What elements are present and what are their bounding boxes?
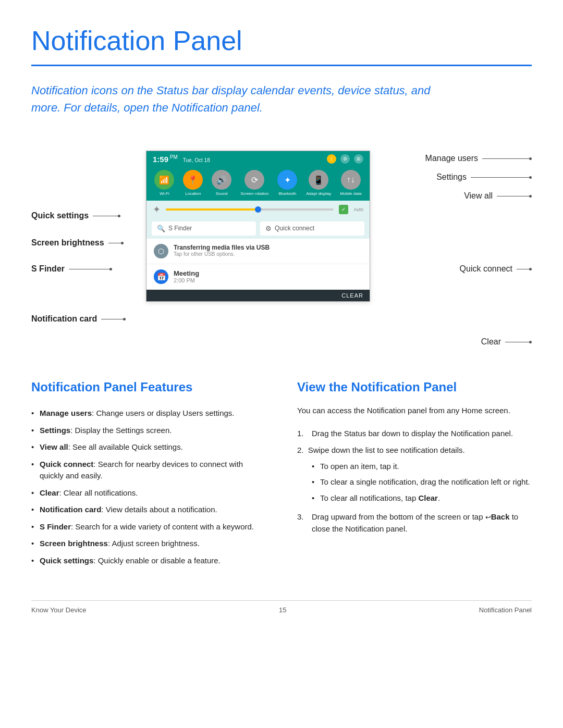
callout-quick-connect-dot <box>529 268 532 270</box>
qs-wifi-icon: 📶 <box>154 170 174 190</box>
notif-calendar-icon: 📅 <box>154 269 168 284</box>
page-title: Notification Panel <box>31 25 532 56</box>
qs-bluetooth-icon: ✦ <box>277 170 297 190</box>
notif-meeting-time: 2:00 PM <box>174 277 199 283</box>
callout-settings-label: Settings <box>436 172 467 182</box>
brightness-icon: ✦ <box>153 204 161 215</box>
status-time: 1:59 PM <box>153 154 178 164</box>
view-panel-heading: View the Notification Panel <box>297 380 532 394</box>
view-panel-column: View the Notification Panel You can acce… <box>297 380 532 569</box>
callout-manage-users: Manage users <box>425 154 532 163</box>
view-panel-steps: 1. Drag the Status bar down to display t… <box>297 425 532 538</box>
step-2-text: Swipe down the list to see notification … <box>308 446 465 454</box>
qs-adapt-label: Adapt display <box>306 191 331 196</box>
feature-quick-connect: Quick connect: Search for nearby devices… <box>31 456 266 485</box>
callout-quick-connect-line <box>517 269 529 269</box>
brightness-row: ✦ ✓ Auto <box>146 201 370 218</box>
sfinder-label: S Finder <box>168 225 192 232</box>
footer-page-number: 15 <box>279 606 286 614</box>
notif-usb-icon: ⬡ <box>154 244 168 258</box>
callout-settings-line <box>471 177 529 178</box>
footer-left: Know Your Device <box>31 606 87 614</box>
qs-sound: 🔊 Sound <box>212 170 231 196</box>
qs-sound-label: Sound <box>216 191 228 196</box>
callout-settings: Settings <box>436 172 532 182</box>
callout-quick-settings-line <box>93 216 118 216</box>
notification-area: ⬡ Transferring media files via USB Tap f… <box>146 239 370 290</box>
notif-usb-title: Transferring media files via USB <box>174 244 270 251</box>
callout-view-all-label: View all <box>464 191 493 201</box>
callout-s-finder-label: S Finder <box>31 264 65 274</box>
callout-view-all-dot <box>529 195 532 198</box>
search-icon: 🔍 <box>157 225 165 232</box>
auto-brightness-check: ✓ <box>339 205 348 214</box>
quickconnect-button[interactable]: ⚙ Quick connect <box>260 221 364 236</box>
callout-quick-connect: Quick connect <box>460 264 532 274</box>
step-2-num: 2. <box>297 446 304 454</box>
qs-mobile-data: ↑↓ Mobile data <box>340 170 361 196</box>
callout-notification-card-dot <box>123 318 126 320</box>
clear-button-label[interactable]: CLEAR <box>341 292 363 299</box>
callout-quick-settings: Quick settings <box>31 211 120 220</box>
footer-right: Notification Panel <box>479 606 532 614</box>
feature-quick-settings: Quick settings: Quickly enable or disabl… <box>31 552 266 570</box>
features-heading: Notification Panel Features <box>31 380 266 394</box>
callout-manage-users-label: Manage users <box>425 154 478 163</box>
view-step-2: 2. Swipe down the list to see notificati… <box>297 442 532 509</box>
auto-label: Auto <box>353 207 363 212</box>
status-date: Tue, Oct 18 <box>183 157 210 163</box>
status-icons: ! ⚙ ⊞ <box>327 154 363 164</box>
sfinder-quickconnect-row: 🔍 S Finder ⚙ Quick connect <box>146 218 370 239</box>
callout-s-finder: S Finder <box>31 264 112 274</box>
step-1-text: Drag the Status bar down to display the … <box>312 428 513 440</box>
callout-screen-brightness-line <box>108 243 121 243</box>
step-2-bullet-3: To clear all notifications, tap Clear. <box>312 490 532 507</box>
sfinder-button[interactable]: 🔍 S Finder <box>152 221 256 236</box>
status-icon-gear: ⚙ <box>340 154 350 164</box>
view-step-1: 1. Drag the Status bar down to display t… <box>297 425 532 442</box>
step-3-text: Drag upward from the bottom of the scree… <box>312 511 532 535</box>
step-2-bullets: To open an item, tap it. To clear a sing… <box>297 459 532 507</box>
step-1-num: 1. <box>297 428 308 440</box>
step-2-bullet-2: To clear a single notification, drag the… <box>312 474 532 490</box>
callout-clear-label: Clear <box>481 337 501 347</box>
brightness-fill <box>166 208 258 211</box>
callout-notification-card: Notification card <box>31 314 126 324</box>
callout-view-all: View all <box>464 191 532 201</box>
view-panel-intro: You can access the Notification panel fr… <box>297 405 532 417</box>
feature-view-all: View all: See all available Quick settin… <box>31 439 266 456</box>
qs-location-label: Location <box>185 191 201 196</box>
feature-manage-users: Manage users: Change users or display Us… <box>31 405 266 422</box>
callout-clear-dot <box>529 341 532 343</box>
callout-s-finder-dot <box>109 268 112 270</box>
callout-screen-brightness: Screen brightness <box>31 238 124 248</box>
feature-s-finder: S Finder: Search for a wide variety of c… <box>31 519 266 536</box>
notif-meeting-title: Meeting <box>174 269 199 277</box>
step-2-bullet-1: To open an item, tap it. <box>312 459 532 475</box>
features-column: Notification Panel Features Manage users… <box>31 380 266 569</box>
qs-adapt-display: 📱 Adapt display <box>306 170 331 196</box>
bottom-section: Notification Panel Features Manage users… <box>31 380 532 590</box>
qs-bluetooth-label: Bluetooth <box>278 191 296 196</box>
back-icon: ↩ <box>485 512 491 523</box>
phone-screen: 1:59 PM Tue, Oct 18 ! ⚙ ⊞ 📶 Wi-Fi 📍 <box>146 151 370 302</box>
page-footer: Know Your Device 15 Notification Panel <box>31 600 532 614</box>
callout-manage-users-line <box>482 158 529 159</box>
qs-sound-icon: 🔊 <box>212 170 231 190</box>
callout-screen-brightness-dot <box>121 242 124 244</box>
qs-location: 📍 Location <box>183 170 203 196</box>
status-icon-alert: ! <box>327 154 336 164</box>
callout-manage-users-dot <box>529 157 532 160</box>
callout-quick-settings-dot <box>118 215 120 217</box>
feature-settings: Settings: Display the Settings screen. <box>31 422 266 439</box>
callout-quick-settings-label: Quick settings <box>31 211 89 220</box>
quickconnect-label: Quick connect <box>275 225 314 232</box>
qs-bluetooth: ✦ Bluetooth <box>277 170 297 196</box>
qs-rotation-label: Screen rotation <box>240 191 268 196</box>
notif-meeting: 📅 Meeting 2:00 PM <box>146 264 370 290</box>
clear-bar: CLEAR <box>146 290 370 301</box>
feature-list: Manage users: Change users or display Us… <box>31 405 266 569</box>
view-step-3: 3. Drag upward from the bottom of the sc… <box>297 509 532 537</box>
title-rule <box>31 65 532 66</box>
feature-clear: Clear: Clear all notifications. <box>31 485 266 502</box>
